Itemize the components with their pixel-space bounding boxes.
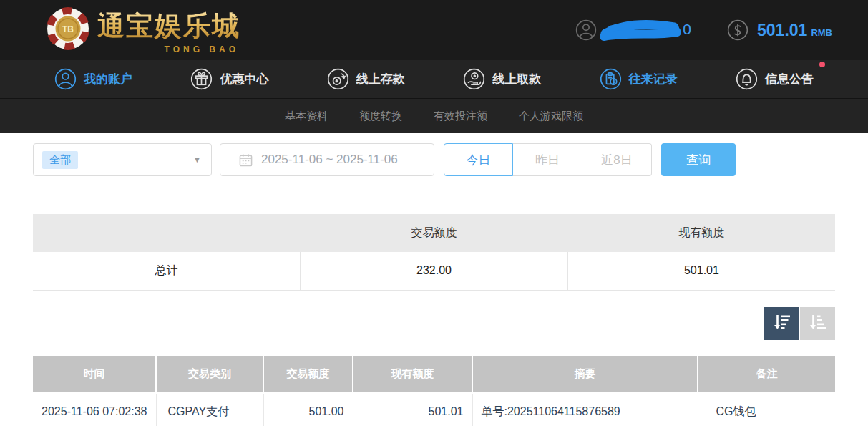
username-redaction-scribble[interactable]: 0 (600, 16, 687, 44)
username-visible-digit: 0 (683, 21, 691, 38)
subnav-item-valid-bets[interactable]: 有效投注额 (434, 110, 487, 123)
section-divider (33, 190, 835, 190)
records-header-balance: 现有额度 (353, 356, 472, 393)
records-header-type: 交易类别 (156, 356, 263, 393)
summary-total-row: 总计 232.00 501.01 (33, 252, 835, 290)
quick-range-group: 今日 昨日 近8日 (444, 143, 652, 176)
summary-header-transaction-amount: 交易额度 (301, 214, 568, 252)
quick-range-last-8-days[interactable]: 近8日 (582, 143, 652, 176)
withdraw-icon (463, 68, 485, 90)
records-table: 时间 交易类别 交易额度 现有额度 摘要 备注 2025-11-06 07:02… (33, 356, 835, 426)
calendar-icon (239, 153, 253, 167)
records-header-amount: 交易额度 (263, 356, 353, 393)
table-row: 2025-11-06 07:02:38 CGPAY支付 501.00 501.0… (33, 393, 835, 426)
bell-icon (736, 68, 758, 90)
sort-controls (33, 307, 835, 340)
record-note: CG钱包 (698, 393, 835, 426)
notification-dot (819, 62, 825, 67)
brand-logo[interactable]: TB 通宝娱乐城 TONG BAO (46, 6, 240, 54)
summary-header-current-amount: 现有额度 (567, 214, 835, 252)
chevron-down-icon: ▼ (193, 155, 201, 164)
account-subnav: 基本资料 额度转换 有效投注额 个人游戏限额 (0, 98, 868, 133)
subnav-item-quota-transfer[interactable]: 额度转换 (359, 110, 402, 123)
nav-item-announcements[interactable]: 信息公告 (736, 68, 814, 90)
summary-current-amount: 501.01 (567, 252, 835, 290)
user-area: 0 501.01 RMB (575, 16, 832, 44)
selected-type-chip: 全部 (42, 151, 78, 169)
user-avatar-icon[interactable] (575, 19, 597, 41)
subnav-item-personal-game-limit[interactable]: 个人游戏限额 (519, 110, 583, 123)
date-range-input[interactable]: 2025-11-06 ~ 2025-11-06 (220, 143, 434, 176)
date-range-value: 2025-11-06 ~ 2025-11-06 (261, 153, 398, 167)
record-balance: 501.01 (353, 393, 472, 426)
record-time: 2025-11-06 07:02:38 (33, 393, 156, 426)
records-header-time: 时间 (33, 356, 156, 393)
filter-row: 全部 ▼ 2025-11-06 ~ 2025-11-06 今日 昨日 近8日 查 (33, 143, 835, 176)
nav-item-promotions[interactable]: 优惠中心 (190, 68, 268, 90)
record-amount: 501.00 (263, 393, 353, 426)
nav-item-transaction-records[interactable]: 往来记录 (600, 68, 678, 90)
balance-amount: 501.01 (757, 21, 807, 40)
records-header-summary: 摘要 (472, 356, 698, 393)
records-page: 全部 ▼ 2025-11-06 ~ 2025-11-06 今日 昨日 近8日 查 (0, 133, 868, 426)
nav-item-deposit[interactable]: 线上存款 (327, 68, 405, 90)
records-header-row: 时间 交易类别 交易额度 现有额度 摘要 备注 (33, 356, 835, 393)
sort-ascending-button[interactable] (800, 307, 835, 340)
records-icon (600, 68, 622, 90)
summary-header-row: 交易额度 现有额度 (33, 214, 835, 252)
brand-name-en: TONG BAO (165, 44, 239, 54)
deposit-icon (327, 68, 349, 90)
record-summary: 单号:202511064115876589 (472, 393, 698, 426)
gift-icon (190, 68, 213, 90)
quick-range-today[interactable]: 今日 (444, 143, 513, 176)
sort-descending-icon (773, 313, 791, 334)
nav-item-my-account[interactable]: 我的账户 (54, 68, 132, 90)
summary-header-empty (33, 214, 301, 252)
sort-ascending-icon (809, 313, 827, 334)
summary-table: 交易额度 现有额度 总计 232.00 501.01 (33, 214, 835, 291)
summary-total-label: 总计 (33, 252, 301, 290)
dollar-coin-icon (727, 19, 748, 41)
subnav-item-basic-profile[interactable]: 基本资料 (285, 110, 328, 123)
balance-currency: RMB (811, 23, 832, 38)
user-icon (54, 68, 77, 90)
records-header-note: 备注 (698, 356, 835, 393)
nav-item-withdraw[interactable]: 线上取款 (463, 68, 541, 90)
summary-transaction-amount: 232.00 (301, 252, 568, 290)
top-header: TB 通宝娱乐城 TONG BAO 0 (0, 0, 868, 60)
brand-name-cn: 通宝娱乐城 (97, 8, 240, 44)
quick-range-yesterday[interactable]: 昨日 (513, 143, 582, 176)
casino-chip-icon: TB (46, 6, 90, 54)
transaction-type-select[interactable]: 全部 ▼ (33, 143, 212, 176)
main-navigation: 我的账户 优惠中心 线上存款 (0, 60, 868, 98)
brand-text: 通宝娱乐城 TONG BAO (97, 8, 240, 53)
sort-descending-button[interactable] (764, 307, 799, 340)
svg-text:TB: TB (62, 24, 74, 34)
record-type: CGPAY支付 (156, 393, 263, 426)
search-button[interactable]: 查询 (661, 143, 736, 176)
